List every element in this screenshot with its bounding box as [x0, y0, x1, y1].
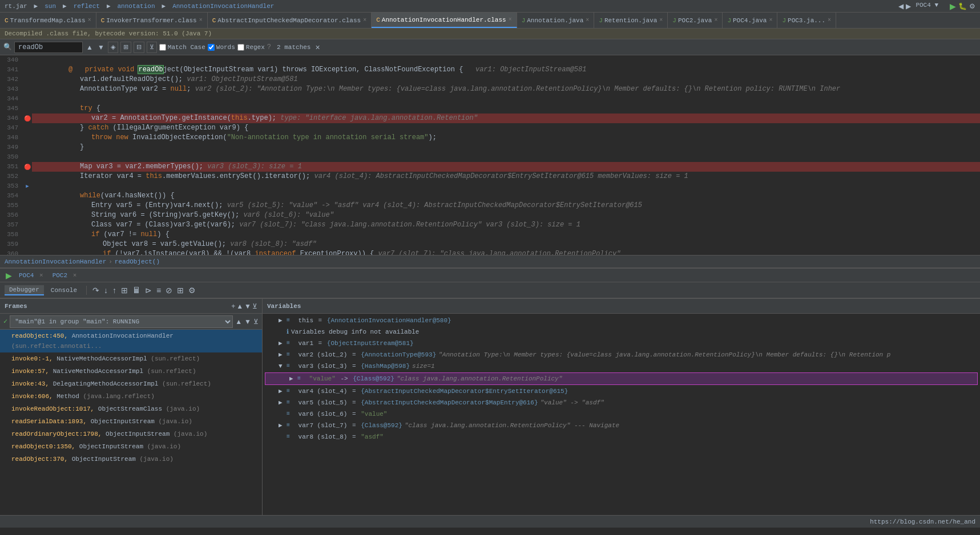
settings-debug-btn[interactable]: ⚙ [187, 286, 197, 295]
layout-btn[interactable]: ⊞ [176, 286, 185, 295]
search-close-button[interactable]: × [315, 43, 320, 52]
debug-run-btn[interactable]: 🐛 [958, 2, 967, 11]
frame-item-9[interactable]: readObject:370, ObjectInputStream (java.… [0, 453, 262, 465]
tab-close-annotation[interactable]: × [586, 17, 589, 23]
match-case-label: Match Case [168, 44, 205, 51]
code-line-347: 347 } catch (IllegalArgumentException va… [0, 123, 980, 133]
code-area[interactable]: 340 341 @ private void readObject(Object… [0, 55, 980, 255]
frames-settings-btn[interactable]: ⊳ [144, 286, 153, 295]
search-filter-btn[interactable]: ◈ [108, 42, 118, 53]
file-tabs: C TransformedMap.class × C InvokerTransf… [0, 13, 980, 29]
tab-annotation[interactable]: J Annotation.java × [517, 13, 595, 28]
debug-session-poc4[interactable]: POC4 × [15, 271, 47, 280]
thread-dropdown[interactable]: "main"@1 in group "main": RUNNING [10, 315, 233, 328]
threads-btn[interactable]: ≡ [155, 286, 162, 295]
tab-abstractinput[interactable]: C AbstractInputCheckedMapDecorator.class… [208, 13, 372, 28]
breakpoint-351[interactable]: 🔴 [23, 162, 32, 172]
words-checkbox[interactable] [208, 44, 215, 51]
thread-filter-btn[interactable]: ⊻ [253, 318, 259, 326]
var-item-this[interactable]: ▶ ≡ this = {AnnotationInvocationHandler@… [263, 315, 980, 326]
code-line-358: 358 if (var7 != null) { [0, 230, 980, 240]
breakpoint-346[interactable]: 🔴 [23, 114, 32, 123]
debug-resume-btn[interactable]: ▶ [5, 271, 13, 280]
match-case-option[interactable]: Match Case [159, 44, 205, 51]
frame-item-3[interactable]: invoke:43, DelegatingMethodAccessorImpl … [0, 378, 262, 390]
regex-checkbox[interactable] [237, 44, 244, 51]
tab-close-retention[interactable]: × [659, 17, 663, 23]
run-to-cursor-btn[interactable]: ⊞ [120, 286, 129, 295]
var-item-var6[interactable]: ≡ var6 (slot_6) = "value" [263, 408, 980, 420]
tab-label-invokertransformer: InvokerTransformer.class [106, 17, 196, 24]
breadcrumb-method[interactable]: readObject() [115, 258, 160, 265]
debug-session-poc2[interactable]: POC2 × [49, 271, 80, 280]
tab-invokertransformer[interactable]: C InvokerTransformer.class × [96, 13, 208, 28]
thread-nav-down[interactable]: ▼ [244, 318, 251, 326]
tab-close-poc2[interactable]: × [714, 17, 717, 23]
tab-icon-retention: J [599, 17, 603, 24]
var-item-value-class[interactable]: ▶ ≡ "value" -> {Class@592} "class java.l… [265, 372, 978, 385]
match-case-checkbox[interactable] [159, 44, 166, 51]
frames-filter-btn[interactable]: ⊻ [252, 302, 257, 310]
step-over-btn[interactable]: ↷ [91, 286, 100, 295]
frame-item-7[interactable]: readOrdinaryObject:1798, ObjectInputStre… [0, 428, 262, 440]
var-item-var5[interactable]: ▶ ≡ var5 (slot_5) = {AbstractInputChecke… [263, 397, 980, 408]
words-option[interactable]: Words [208, 44, 235, 51]
code-line-351: 351 🔴 Map var3 = var2.memberTypes(); var… [0, 162, 980, 172]
breadcrumb-class[interactable]: AnnotationInvocationHandler [5, 258, 106, 265]
tab-close-annotationhandler[interactable]: × [509, 17, 512, 23]
search-filter-toggle[interactable]: ⊻ [147, 42, 157, 53]
tab-icon-poc3: J [782, 17, 786, 24]
tab-poc2[interactable]: J POC2.java × [668, 13, 723, 28]
frame-item-2[interactable]: invoke:57, NativeMethodAccessorImpl (sun… [0, 365, 262, 378]
tab-close-transformedmap[interactable]: × [88, 17, 91, 23]
tab-debugger[interactable]: Debugger [5, 285, 44, 295]
tab-poc3[interactable]: J POC3.ja... × [777, 13, 836, 28]
tab-close-poc4[interactable]: × [769, 17, 772, 23]
info-icon: ℹ [287, 327, 289, 337]
var-item-var7[interactable]: ▶ ≡ var7 (slot_7) = {Class@592} "class j… [263, 420, 980, 431]
var-icon-value: ≡ [297, 374, 305, 384]
var-item-var1[interactable]: ▶ ≡ var1 = {ObjectInputStream@581} [263, 338, 980, 349]
clear-btn[interactable]: ⊘ [164, 286, 174, 295]
tab-console[interactable]: Console [46, 286, 82, 295]
settings-btn[interactable]: ⚙ [969, 2, 975, 11]
toolbar-forward[interactable]: ▶ [906, 2, 911, 11]
tab-poc4[interactable]: J POC4.java × [723, 13, 777, 28]
debug-session-close-poc2[interactable]: × [73, 272, 77, 279]
step-out-btn[interactable]: ↑ [111, 286, 118, 295]
prev-match-button[interactable]: ▲ [85, 43, 94, 51]
debug-bar: ▶ POC4 × POC2 × [0, 268, 980, 282]
var-item-var4[interactable]: ▶ ≡ var4 (slot_4) = {AbstractInputChecke… [263, 386, 980, 397]
tab-close-invokertransformer[interactable]: × [199, 17, 203, 23]
frames-add-btn[interactable]: + [231, 302, 235, 310]
tab-annotationhandler[interactable]: C AnnotationInvocationHandler.class × [372, 13, 517, 28]
run-btn[interactable]: ▶ [950, 2, 956, 11]
tab-close-poc3[interactable]: × [828, 17, 831, 23]
toolbar-back[interactable]: ◀ [898, 2, 904, 11]
step-into-btn[interactable]: ↓ [103, 286, 109, 295]
frames-nav-up[interactable]: ▲ [236, 302, 243, 310]
frames-nav-down[interactable]: ▼ [244, 302, 251, 310]
frames-header: Frames + ▲ ▼ ⊻ [0, 299, 262, 314]
tab-close-abstractinput[interactable]: × [363, 17, 366, 23]
search-opt-btn2[interactable]: ⊟ [134, 42, 144, 53]
search-opt-btn1[interactable]: ⊞ [120, 42, 131, 53]
tab-icon-annotationhandler: C [376, 17, 380, 23]
var-item-var3[interactable]: ▼ ≡ var3 (slot_3) = {HashMap@598} size=1 [263, 360, 980, 372]
thread-nav-up[interactable]: ▲ [235, 318, 242, 326]
next-match-button[interactable]: ▼ [96, 43, 106, 51]
regex-option[interactable]: Regex [237, 44, 265, 51]
var-item-var2[interactable]: ▶ ≡ var2 (slot_2) = {AnnotationType@593}… [263, 349, 980, 360]
var-item-var8[interactable]: ≡ var8 (slot_8) = "asdf" [263, 431, 980, 443]
tab-retention[interactable]: J Retention.java × [594, 13, 668, 28]
search-input[interactable] [14, 42, 83, 53]
frame-item-4[interactable]: invoke:606, Method (java.lang.reflect) [0, 390, 262, 403]
tab-transformedmap[interactable]: C TransformedMap.class × [0, 13, 96, 28]
frame-item-6[interactable]: readSerialData:1893, ObjectInputStream (… [0, 415, 262, 428]
debug-session-close-poc4[interactable]: × [39, 272, 43, 279]
frame-item-1[interactable]: invoke0:-1, NativeMethodAccessorImpl (su… [0, 352, 262, 365]
frame-item-0[interactable]: readObject:450, AnnotationInvocationHand… [0, 330, 262, 352]
frame-item-8[interactable]: readObject0:1350, ObjectInputStream (jav… [0, 440, 262, 453]
frame-item-5[interactable]: invokeReadObject:1017, ObjectStreamClass… [0, 403, 262, 415]
evaluate-btn[interactable]: 🖩 [131, 286, 142, 295]
